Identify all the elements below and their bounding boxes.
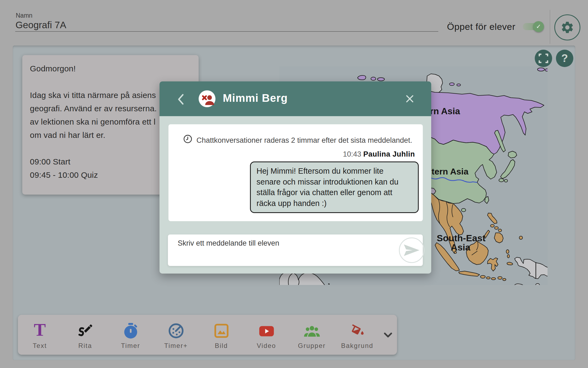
svg-text:Asia: Asia [451, 242, 471, 252]
svg-text:South-East: South-East [437, 233, 485, 243]
